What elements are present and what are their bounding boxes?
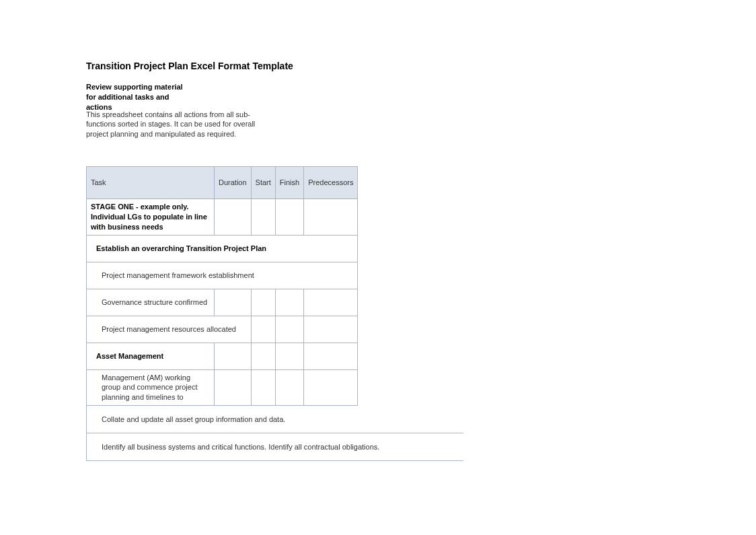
cell-sub4: Management (AM) working group and commen… <box>87 369 215 406</box>
subtitle: Review supporting material for additiona… <box>86 82 190 112</box>
cell-empty <box>304 199 358 236</box>
cell-empty <box>304 316 358 343</box>
col-header-predecessors: Predecessors <box>304 167 358 199</box>
cell-empty <box>251 289 275 316</box>
cell-empty <box>215 289 252 316</box>
document-container: Transition Project Plan Excel Format Tem… <box>86 61 469 461</box>
cell-empty <box>304 289 358 316</box>
cell-empty <box>275 289 303 316</box>
list-item: Identify all business systems and critic… <box>87 433 463 461</box>
cell-empty <box>251 316 275 343</box>
list-item: Collate and update all asset group infor… <box>87 406 463 433</box>
table-row-stage: STAGE ONE - example only. Individual LGs… <box>87 199 358 236</box>
cell-empty <box>251 369 275 406</box>
table-row: Governance structure confirmed <box>87 289 358 316</box>
cell-section2: Asset Management <box>87 343 215 369</box>
cell-sub2: Governance structure confirmed <box>87 289 215 316</box>
cell-empty <box>215 199 252 236</box>
col-header-finish: Finish <box>275 167 303 199</box>
cell-empty <box>251 199 275 236</box>
plan-table: Task Duration Start Finish Predecessors … <box>86 166 358 406</box>
plan-table-wrap: Task Duration Start Finish Predecessors … <box>86 166 469 461</box>
table-header-row: Task Duration Start Finish Predecessors <box>87 167 358 199</box>
overflow-list: Collate and update all asset group infor… <box>86 406 469 461</box>
table-row-section: Asset Management <box>87 343 358 369</box>
col-header-task: Task <box>87 167 215 199</box>
col-header-duration: Duration <box>215 167 252 199</box>
cell-sub3: Project management resources allocated <box>87 316 252 343</box>
cell-empty <box>304 369 358 406</box>
cell-empty <box>275 199 303 236</box>
cell-empty <box>275 369 303 406</box>
table-row: Management (AM) working group and commen… <box>87 369 358 406</box>
cell-empty <box>215 369 252 406</box>
table-row-section: Establish an overarching Transition Proj… <box>87 235 358 262</box>
table-row: Project management resources allocated <box>87 316 358 343</box>
cell-stage-task: STAGE ONE - example only. Individual LGs… <box>87 199 215 236</box>
cell-empty <box>251 343 275 369</box>
table-row: Project management framework establishme… <box>87 262 358 289</box>
col-header-start: Start <box>251 167 275 199</box>
cell-sub1: Project management framework establishme… <box>87 262 358 289</box>
cell-empty <box>275 343 303 369</box>
cell-empty <box>275 316 303 343</box>
description-text: This spreadsheet contains all actions fr… <box>86 110 268 140</box>
page-title: Transition Project Plan Excel Format Tem… <box>86 61 469 71</box>
cell-empty <box>215 343 252 369</box>
cell-empty <box>304 343 358 369</box>
cell-section1: Establish an overarching Transition Proj… <box>87 235 358 262</box>
